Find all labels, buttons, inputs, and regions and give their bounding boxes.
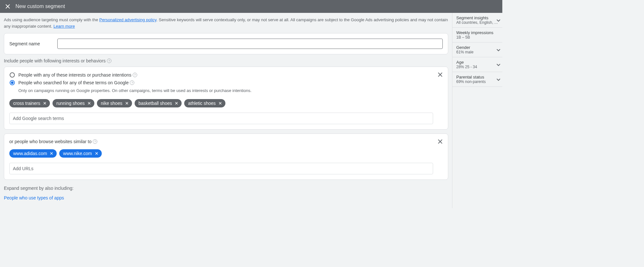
website-chip: www.adidas.com [9,149,57,158]
help-icon[interactable]: ? [107,59,111,63]
add-urls-input[interactable] [9,163,433,174]
include-section-label: Include people with following interests … [4,58,448,63]
chip-remove-button[interactable] [49,151,54,156]
radio-icon [9,80,15,86]
help-icon[interactable]: ? [93,139,97,144]
learn-more-link[interactable]: Learn more [53,24,75,29]
remove-websites-card-button[interactable] [436,138,444,145]
chip-remove-button[interactable] [42,101,47,106]
add-search-terms-input[interactable] [9,113,433,124]
help-icon[interactable]: ? [130,80,134,85]
chevron-down-icon[interactable] [497,18,500,23]
chip-label: nike shoes [101,101,122,106]
insight-section[interactable]: Age28% 25 - 34 [452,57,502,72]
include-section-label-text: Include people with following interests … [4,58,106,63]
chip-remove-button[interactable] [124,101,129,106]
policy-text-1: Ads using audience targeting must comply… [4,17,99,22]
remove-include-card-button[interactable] [436,71,444,78]
close-icon [5,4,10,9]
chip-label: running shoes [56,101,85,106]
insight-section: Weekly impressions1B – 5B [452,28,502,42]
insight-title: Parental status [456,75,498,79]
policy-notice: Ads using audience targeting must comply… [4,17,448,29]
insight-sub: All countries, English, All... [456,20,498,25]
chip-remove-button[interactable] [174,101,179,106]
insight-title: Age [456,60,498,65]
insight-title: Gender [456,45,498,50]
radio-interests[interactable]: People with any of these interests or pu… [9,72,443,78]
expand-apps-link[interactable]: People who use types of apps [4,195,448,200]
segment-name-card: Segment name [4,33,448,54]
segment-name-label: Segment name [9,41,40,46]
insight-title: Segment insights [456,15,498,20]
search-term-chip: basketball shoes [135,99,182,107]
chip-remove-button[interactable] [94,151,99,156]
chevron-down-icon[interactable] [497,77,500,82]
insight-section[interactable]: Parental status69% non-parents [452,72,502,87]
close-icon [438,139,442,144]
chip-label: cross trainers [13,101,40,106]
chevron-down-icon[interactable] [497,47,500,52]
close-icon [438,72,442,77]
chip-label: basketball shoes [138,101,172,106]
insight-sub: 69% non-parents [456,79,498,84]
search-term-chip: cross trainers [9,99,50,107]
insight-sub: 61% male [456,50,498,54]
radio-icon [9,72,15,78]
website-chip: www.nike.com [59,149,101,158]
chevron-down-icon[interactable] [497,62,500,67]
search-term-chip: running shoes [52,99,94,107]
chip-remove-button[interactable] [218,101,223,106]
help-icon[interactable]: ? [133,73,137,77]
main-container: Ads using audience targeting must comply… [0,13,502,208]
search-term-chip: nike shoes [97,99,132,107]
segment-name-input[interactable] [57,39,443,49]
expand-label: Expand segment by also including: [4,186,448,191]
content-area: Ads using audience targeting must comply… [0,13,452,208]
insight-sub: 1B – 5B [456,35,498,40]
insight-section[interactable]: Segment insightsAll countries, English, … [452,13,502,28]
radio-search-terms[interactable]: People who searched for any of these ter… [9,80,443,86]
insights-sidebar: Segment insightsAll countries, English, … [452,13,502,208]
insight-section[interactable]: Gender61% male [452,42,502,57]
chip-label: athletic shoes [188,101,216,106]
radio-search-terms-label: People who searched for any of these ter… [18,80,128,85]
chip-remove-button[interactable] [87,101,92,106]
radio-search-terms-sublabel: Only on campaigns running on Google prop… [18,87,443,94]
close-dialog-button[interactable] [4,3,12,10]
insight-sub: 28% 25 - 34 [456,65,498,69]
personalized-policy-link[interactable]: Personalized advertising policy [99,17,156,22]
dialog-title: New custom segment [15,4,65,9]
dialog-header: New custom segment [0,0,502,13]
search-term-chip: athletic shoes [184,99,225,107]
include-card: People with any of these interests or pu… [4,67,448,130]
radio-interests-label: People with any of these interests or pu… [18,72,131,78]
chip-label: www.nike.com [63,151,92,156]
search-term-chips: cross trainersrunning shoesnike shoesbas… [9,99,443,107]
chip-label: www.adidas.com [13,151,47,156]
insight-title: Weekly impressions [456,30,498,35]
website-chips: www.adidas.comwww.nike.com [9,149,443,158]
websites-card: or people who browse websites similar to… [4,134,448,180]
websites-label: or people who browse websites similar to [9,139,91,144]
